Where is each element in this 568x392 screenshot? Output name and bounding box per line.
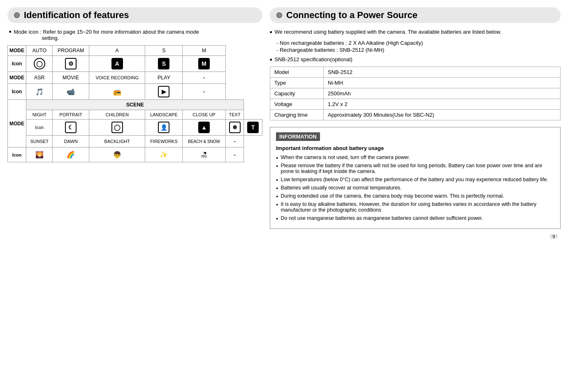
mode-cell: ASR <box>26 72 53 84</box>
spec-label-type: Type <box>270 78 324 88</box>
bullet-item-1: We recommend using battery supplied with… <box>270 29 561 35</box>
mode-cell: M <box>183 46 225 56</box>
right-dot-icon <box>276 12 282 18</box>
icon-label: Icon <box>8 56 26 72</box>
mode-cell: PLAY <box>145 72 183 84</box>
icon-cell-landscape: ▲ <box>183 120 225 136</box>
snb-note: SNB-2512 specification(optional) <box>270 56 561 62</box>
table-row: Icon 🎵 📹 📻 ▶ - <box>8 84 262 100</box>
s-icon: S <box>158 58 169 69</box>
bullet-text-1: We recommend using battery supplied with… <box>274 29 501 35</box>
auto-icon: ◯ <box>34 58 45 69</box>
scene-mode-backlight: BACKLIGHT <box>89 136 145 148</box>
page-number: 〈9〉 <box>270 233 561 240</box>
mode-cell: VOICE RECORDING <box>89 72 145 84</box>
spec-value-charging: Approximately 300 Minutes(Use for SBC-N2… <box>324 110 561 120</box>
icon-cell-sunset: 🌄 <box>26 148 53 162</box>
mode-cell: AUTO <box>26 46 53 56</box>
left-panel: Identification of features Mode icon : R… <box>7 7 262 385</box>
icon-cell-fireworks: ✨ <box>145 148 183 162</box>
icon-cell-beach: 🏖 <box>183 148 225 162</box>
scene-mode-beach: BEACH & SNOW <box>183 136 225 148</box>
mode-label-scene: MODE <box>8 100 26 148</box>
table-row: MODE AUTO PROGRAM A S M <box>8 46 262 56</box>
info-header: INFORMATION <box>276 132 320 141</box>
scene-mode-portrait: PORTRAIT <box>53 110 89 120</box>
spec-label-charging: Charging time <box>270 110 324 120</box>
m-icon: M <box>198 58 210 69</box>
intro-line1: Mode icon : Refer to page 15~20 for more… <box>14 29 199 35</box>
asr-icon: 🎵 <box>35 88 44 95</box>
right-section-header: Connecting to a Power Source <box>270 7 561 23</box>
children-icon: 👤 <box>158 122 169 133</box>
icon-cell-night: ☾ <box>53 120 89 136</box>
info-title: Important information about battery usag… <box>276 145 554 151</box>
scene-mode-night: NIGHT <box>26 110 53 120</box>
icon-cell-movie: 📹 <box>53 84 89 100</box>
spec-label-capacity: Capacity <box>270 88 324 99</box>
spec-row-type: Type Ni-MH <box>270 78 561 88</box>
scene-mode-sunset: SUNSET <box>26 136 53 148</box>
right-title: Connecting to a Power Source <box>286 10 417 21</box>
icon-cell-dash: - <box>183 84 225 100</box>
intro-text: Mode icon : Refer to page 15~20 for more… <box>7 29 262 41</box>
sunset-icon: 🌄 <box>35 151 44 158</box>
spec-value-model: SNB-2512 <box>324 67 561 78</box>
icon-cell-program: ⚙ <box>53 56 89 72</box>
icon-label-scene2: Icon <box>8 148 26 162</box>
scene-mode-fireworks: FIREWORKS <box>145 136 183 148</box>
icon-cell-auto: ◯ <box>26 56 53 72</box>
mode-cell: MODE <box>8 72 26 84</box>
info-box: INFORMATION Important information about … <box>270 127 561 229</box>
sub-bullet-1: - Non rechargeable batteries : 2 X AA Al… <box>276 40 561 46</box>
icon-cell-closeup: ❄ <box>225 120 244 136</box>
mode-cell: PROGRAM <box>53 46 89 56</box>
beach-icon: 🏖 <box>201 151 207 158</box>
mode-cell: MOVIE <box>53 72 89 84</box>
icon-cell-play: ▶ <box>145 84 183 100</box>
info-bullets-list: When the camera is not used, turn off th… <box>276 154 554 221</box>
program-icon: ⚙ <box>65 58 77 69</box>
spec-value-capacity: 2500mAh <box>324 88 561 99</box>
snb-note-text: SNB-2512 specification(optional) <box>274 56 352 62</box>
info-bullet-4: Batteries will usually recover at normal… <box>276 185 554 191</box>
scene-mode-children: CHILDREN <box>89 110 145 120</box>
info-bullet-5: During extended use of the camera, the c… <box>276 193 554 199</box>
scene-mode-dash: - <box>225 136 244 148</box>
left-section-header: Identification of features <box>7 7 262 23</box>
right-bullets: We recommend using battery supplied with… <box>270 29 561 35</box>
scene-mode-landscape: LANDSCAPE <box>145 110 183 120</box>
fireworks-icon: ✨ <box>160 151 168 158</box>
spec-row-voltage: Voltage 1.2V x 2 <box>270 99 561 110</box>
left-title: Identification of features <box>24 10 129 21</box>
closeup-icon: ❄ <box>229 122 241 133</box>
spec-row-charging: Charging time Approximately 300 Minutes(… <box>270 110 561 120</box>
scene-mode-dawn: DAWN <box>53 136 89 148</box>
movie-icon: 📹 <box>67 88 75 95</box>
icon-cell-children: 👤 <box>145 120 183 136</box>
icon-cell-voice: 📻 <box>89 84 145 100</box>
intro-line2: setting. <box>14 35 199 41</box>
info-bullet-2: Please remove the battery if the camera … <box>276 163 554 174</box>
sub-bullet-2: - Rechargeable batteries : SNB-2512 (Ni-… <box>276 47 561 53</box>
icon-cell-asr: 🎵 <box>26 84 53 100</box>
icon-cell-portrait: ◯ <box>89 120 145 136</box>
voice-icon: 📻 <box>113 88 121 95</box>
table-row: MODE SCENE <box>8 100 262 110</box>
night-icon: ☾ <box>65 122 77 133</box>
icon-cell-m: M <box>183 56 225 72</box>
sub-bullet-list: - Non rechargeable batteries : 2 X AA Al… <box>276 40 561 53</box>
dawn-icon: 🌈 <box>67 151 75 158</box>
table-row: Icon ☾ ◯ 👤 ▲ ❄ T <box>8 120 262 136</box>
left-dot-icon <box>14 12 20 18</box>
info-bullet-7: Do not use manganese batteries as mangan… <box>276 215 554 221</box>
icon-label-scene1: Icon <box>26 120 53 136</box>
scene-mode-closeup: CLOSE UP <box>183 110 225 120</box>
icon-cell-backlight: 👦 <box>89 148 145 162</box>
intro-inner: Mode icon : Refer to page 15~20 for more… <box>14 29 199 41</box>
scene-mode-text: TEXT <box>225 110 244 120</box>
icon-cell-dawn: 🌈 <box>53 148 89 162</box>
mode-cell-dash: - <box>183 72 225 84</box>
mode-cell: A <box>89 46 145 56</box>
info-bullet-3: Low temperatures (below 0°C) can affect … <box>276 177 554 182</box>
